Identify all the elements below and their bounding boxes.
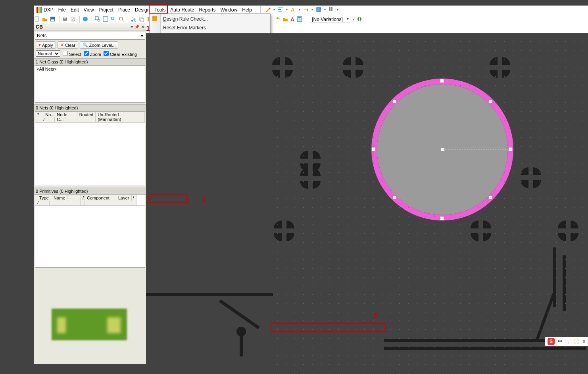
drc-icon: [152, 16, 158, 22]
chk-clear-existing[interactable]: Clear Existing: [104, 51, 137, 57]
netclass-list[interactable]: <All Nets>: [35, 65, 145, 103]
menu-place[interactable]: Place: [116, 6, 133, 13]
folder-icon[interactable]: [282, 16, 288, 23]
radius-guide: [443, 149, 514, 150]
smile-icon: [574, 339, 579, 344]
svg-rect-3: [40, 7, 42, 13]
board-thumbnail: [52, 309, 127, 340]
zoom-window-icon[interactable]: [95, 16, 101, 23]
menu-project[interactable]: Project: [96, 6, 116, 13]
variations-select[interactable]: [No Variations]: [310, 16, 350, 23]
panel-mode-select[interactable]: Nets: [35, 32, 145, 40]
menu-autoroute[interactable]: Auto Route: [168, 6, 196, 13]
open-icon[interactable]: [42, 16, 48, 23]
handle-left[interactable]: [372, 148, 375, 151]
svg-rect-6: [278, 11, 282, 12]
ime-badge[interactable]: S 中 ， ≡: [545, 337, 588, 346]
svg-rect-33: [298, 17, 301, 18]
panel-dropdown-icon[interactable]: ▾: [131, 25, 133, 29]
col-layer[interactable]: Layer /: [114, 195, 136, 205]
svg-rect-15: [51, 19, 54, 21]
handle-bottom[interactable]: [440, 217, 444, 220]
panel-close-icon[interactable]: ✕: [141, 25, 145, 29]
netclass-header: 1 Net Class (0 Highlighted): [34, 58, 146, 65]
copy-icon[interactable]: [139, 16, 145, 23]
grid-icon[interactable]: [328, 6, 334, 13]
ime-menu-icon[interactable]: ≡: [582, 339, 585, 344]
menu-window[interactable]: Window: [218, 6, 240, 13]
zoom-select-icon[interactable]: [111, 16, 117, 23]
variations-bar: A [No Variations] ▾: [275, 15, 362, 24]
prim-table[interactable]: Type / Name / Component Layer /: [35, 195, 145, 268]
col-type[interactable]: Type /: [35, 195, 50, 205]
handle-top[interactable]: [440, 79, 444, 82]
svg-rect-36: [152, 16, 157, 21]
handle-bl[interactable]: [393, 196, 396, 199]
svg-rect-32: [297, 17, 302, 21]
new-icon[interactable]: [34, 16, 40, 23]
pad: [272, 57, 293, 78]
svg-rect-13: [35, 17, 38, 21]
handle-br[interactable]: [489, 196, 492, 199]
col-component[interactable]: Component: [85, 195, 114, 205]
text-icon[interactable]: A: [290, 6, 296, 13]
menu-help[interactable]: Help: [240, 6, 254, 13]
svg-rect-2: [38, 7, 40, 13]
menu-file[interactable]: File: [56, 6, 68, 13]
pad: [558, 221, 578, 241]
arrow-icon[interactable]: [303, 6, 309, 13]
menu-view[interactable]: View: [81, 6, 96, 13]
clear-button[interactable]: ✕Clear: [58, 41, 78, 49]
mi-design-rule-check[interactable]: Design Rule Check...: [150, 15, 270, 23]
svg-rect-29: [141, 18, 144, 22]
primitives-header: 0 Primitives (0 Highlighted): [34, 188, 146, 195]
col-nodec[interactable]: Node C...: [55, 112, 77, 122]
pcb-canvas[interactable]: /* generated below */: [146, 33, 588, 374]
preview-icon[interactable]: [70, 16, 77, 23]
apply-button[interactable]: ▾Apply: [36, 41, 56, 49]
handle-tr[interactable]: [489, 100, 492, 103]
pad: [343, 57, 363, 78]
zoom-prev-icon[interactable]: [119, 16, 125, 23]
mi-reset-error-markers[interactable]: Reset Error Markers: [150, 23, 270, 32]
zoomlevel-button[interactable]: 🔍Zoom Level...: [80, 41, 119, 49]
menu-reports[interactable]: Reports: [196, 6, 218, 13]
col-star[interactable]: *: [35, 112, 41, 122]
print-icon[interactable]: [62, 16, 69, 23]
col-routed[interactable]: Routed: [77, 112, 96, 122]
panel-title: CB ▾ 📌 ✕: [34, 23, 146, 31]
globe-icon[interactable]: [83, 16, 89, 23]
cut-icon[interactable]: [131, 16, 137, 23]
save-icon[interactable]: [50, 16, 56, 23]
zoom-fit-icon[interactable]: [103, 16, 109, 23]
menubar: DXP File Edit View Project Place Design …: [34, 6, 254, 14]
chk-select[interactable]: Select: [63, 51, 81, 57]
ime-punct: ，: [566, 338, 571, 345]
menu-dxp[interactable]: DXP: [34, 6, 56, 13]
col-unrouted[interactable]: Un-Routed (Manhattan): [96, 112, 145, 122]
annotation-2: 2: [202, 196, 206, 204]
variations-icon[interactable]: [357, 16, 362, 23]
layer-icon[interactable]: [315, 6, 322, 13]
svg-rect-5: [278, 9, 281, 10]
nets-table[interactable]: * Na... / Node C... Routed Un-Routed (Ma…: [35, 111, 145, 186]
chk-zoom[interactable]: Zoom: [84, 51, 101, 57]
trace: [535, 293, 555, 341]
form-icon[interactable]: [297, 16, 302, 23]
col-name[interactable]: Name: [50, 195, 81, 205]
col-na[interactable]: Na... /: [41, 112, 55, 122]
pencil-icon[interactable]: [265, 6, 271, 13]
svg-rect-17: [64, 17, 66, 19]
pcb-panel: CB ▾ 📌 ✕ Nets ▾Apply ✕Clear 🔍Zoom Level.…: [34, 23, 146, 364]
menu-edit[interactable]: Edit: [68, 6, 81, 13]
panel-pin-icon[interactable]: 📌: [135, 25, 140, 29]
align-icon[interactable]: [277, 6, 284, 13]
svg-rect-23: [103, 17, 108, 21]
annotation-1: 1: [146, 25, 150, 33]
undo-icon[interactable]: [275, 16, 280, 23]
handle-tl[interactable]: [393, 100, 396, 103]
text-A-icon[interactable]: A: [290, 16, 294, 23]
annotation-box-tools: [149, 4, 168, 13]
svg-rect-10: [331, 7, 332, 9]
normal-select[interactable]: Normal: [36, 50, 60, 57]
